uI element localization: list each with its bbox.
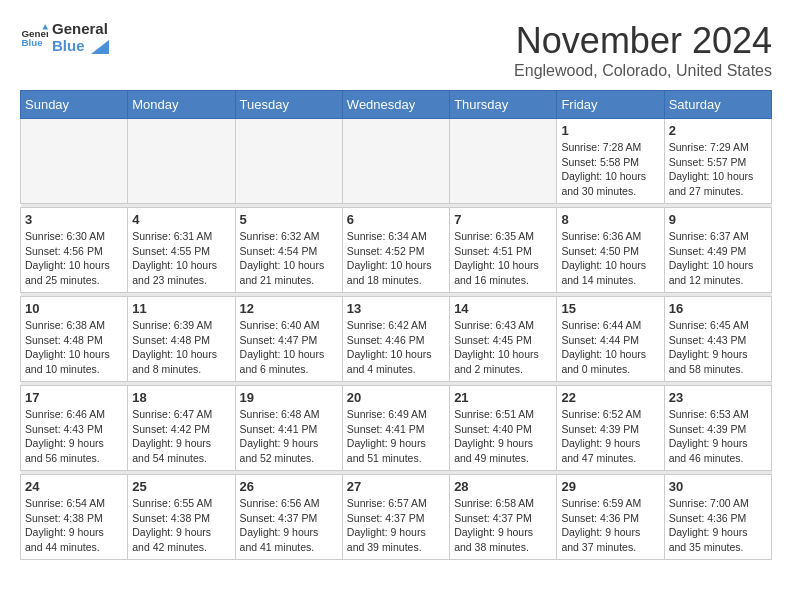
calendar-cell: 28Sunrise: 6:58 AM Sunset: 4:37 PM Dayli…: [450, 475, 557, 560]
day-info: Sunrise: 6:49 AM Sunset: 4:41 PM Dayligh…: [347, 407, 445, 466]
calendar-cell: 30Sunrise: 7:00 AM Sunset: 4:36 PM Dayli…: [664, 475, 771, 560]
day-number: 7: [454, 212, 552, 227]
day-info: Sunrise: 6:40 AM Sunset: 4:47 PM Dayligh…: [240, 318, 338, 377]
day-info: Sunrise: 6:53 AM Sunset: 4:39 PM Dayligh…: [669, 407, 767, 466]
day-number: 23: [669, 390, 767, 405]
day-info: Sunrise: 6:34 AM Sunset: 4:52 PM Dayligh…: [347, 229, 445, 288]
logo-general: General: [52, 20, 108, 37]
day-info: Sunrise: 6:58 AM Sunset: 4:37 PM Dayligh…: [454, 496, 552, 555]
calendar-header-row: SundayMondayTuesdayWednesdayThursdayFrid…: [21, 91, 772, 119]
calendar-cell: 1Sunrise: 7:28 AM Sunset: 5:58 PM Daylig…: [557, 119, 664, 204]
calendar-week-row: 3Sunrise: 6:30 AM Sunset: 4:56 PM Daylig…: [21, 208, 772, 293]
day-info: Sunrise: 6:54 AM Sunset: 4:38 PM Dayligh…: [25, 496, 123, 555]
header: General Blue General Blue November 2024 …: [20, 20, 772, 80]
calendar-cell: 6Sunrise: 6:34 AM Sunset: 4:52 PM Daylig…: [342, 208, 449, 293]
day-number: 6: [347, 212, 445, 227]
weekday-header: Sunday: [21, 91, 128, 119]
day-number: 3: [25, 212, 123, 227]
weekday-header: Tuesday: [235, 91, 342, 119]
day-info: Sunrise: 6:36 AM Sunset: 4:50 PM Dayligh…: [561, 229, 659, 288]
calendar-week-row: 17Sunrise: 6:46 AM Sunset: 4:43 PM Dayli…: [21, 386, 772, 471]
day-number: 25: [132, 479, 230, 494]
month-title: November 2024: [514, 20, 772, 62]
calendar-cell: 25Sunrise: 6:55 AM Sunset: 4:38 PM Dayli…: [128, 475, 235, 560]
calendar: SundayMondayTuesdayWednesdayThursdayFrid…: [20, 90, 772, 560]
day-info: Sunrise: 6:39 AM Sunset: 4:48 PM Dayligh…: [132, 318, 230, 377]
calendar-week-row: 10Sunrise: 6:38 AM Sunset: 4:48 PM Dayli…: [21, 297, 772, 382]
calendar-cell: 15Sunrise: 6:44 AM Sunset: 4:44 PM Dayli…: [557, 297, 664, 382]
day-number: 1: [561, 123, 659, 138]
day-info: Sunrise: 6:31 AM Sunset: 4:55 PM Dayligh…: [132, 229, 230, 288]
day-info: Sunrise: 6:59 AM Sunset: 4:36 PM Dayligh…: [561, 496, 659, 555]
calendar-cell: 7Sunrise: 6:35 AM Sunset: 4:51 PM Daylig…: [450, 208, 557, 293]
day-info: Sunrise: 7:28 AM Sunset: 5:58 PM Dayligh…: [561, 140, 659, 199]
calendar-cell: 5Sunrise: 6:32 AM Sunset: 4:54 PM Daylig…: [235, 208, 342, 293]
day-number: 2: [669, 123, 767, 138]
svg-marker-2: [42, 24, 48, 30]
day-info: Sunrise: 6:48 AM Sunset: 4:41 PM Dayligh…: [240, 407, 338, 466]
day-number: 22: [561, 390, 659, 405]
calendar-cell: 23Sunrise: 6:53 AM Sunset: 4:39 PM Dayli…: [664, 386, 771, 471]
logo-triangle-icon: [91, 40, 109, 54]
day-number: 27: [347, 479, 445, 494]
calendar-cell: 16Sunrise: 6:45 AM Sunset: 4:43 PM Dayli…: [664, 297, 771, 382]
calendar-cell: 14Sunrise: 6:43 AM Sunset: 4:45 PM Dayli…: [450, 297, 557, 382]
day-info: Sunrise: 6:43 AM Sunset: 4:45 PM Dayligh…: [454, 318, 552, 377]
calendar-cell: 11Sunrise: 6:39 AM Sunset: 4:48 PM Dayli…: [128, 297, 235, 382]
day-number: 24: [25, 479, 123, 494]
calendar-cell: [235, 119, 342, 204]
day-info: Sunrise: 6:35 AM Sunset: 4:51 PM Dayligh…: [454, 229, 552, 288]
logo-icon: General Blue: [20, 24, 48, 52]
location-title: Englewood, Colorado, United States: [514, 62, 772, 80]
day-info: Sunrise: 7:29 AM Sunset: 5:57 PM Dayligh…: [669, 140, 767, 199]
calendar-cell: 20Sunrise: 6:49 AM Sunset: 4:41 PM Dayli…: [342, 386, 449, 471]
calendar-cell: 10Sunrise: 6:38 AM Sunset: 4:48 PM Dayli…: [21, 297, 128, 382]
calendar-cell: 17Sunrise: 6:46 AM Sunset: 4:43 PM Dayli…: [21, 386, 128, 471]
day-info: Sunrise: 6:51 AM Sunset: 4:40 PM Dayligh…: [454, 407, 552, 466]
calendar-cell: 22Sunrise: 6:52 AM Sunset: 4:39 PM Dayli…: [557, 386, 664, 471]
day-info: Sunrise: 6:47 AM Sunset: 4:42 PM Dayligh…: [132, 407, 230, 466]
calendar-cell: 3Sunrise: 6:30 AM Sunset: 4:56 PM Daylig…: [21, 208, 128, 293]
weekday-header: Saturday: [664, 91, 771, 119]
day-number: 20: [347, 390, 445, 405]
calendar-cell: [342, 119, 449, 204]
day-number: 21: [454, 390, 552, 405]
day-info: Sunrise: 6:57 AM Sunset: 4:37 PM Dayligh…: [347, 496, 445, 555]
calendar-cell: 21Sunrise: 6:51 AM Sunset: 4:40 PM Dayli…: [450, 386, 557, 471]
day-number: 11: [132, 301, 230, 316]
svg-text:Blue: Blue: [21, 37, 43, 48]
weekday-header: Monday: [128, 91, 235, 119]
day-number: 13: [347, 301, 445, 316]
day-info: Sunrise: 6:38 AM Sunset: 4:48 PM Dayligh…: [25, 318, 123, 377]
calendar-cell: 4Sunrise: 6:31 AM Sunset: 4:55 PM Daylig…: [128, 208, 235, 293]
day-number: 29: [561, 479, 659, 494]
day-number: 10: [25, 301, 123, 316]
calendar-cell: [21, 119, 128, 204]
calendar-cell: 18Sunrise: 6:47 AM Sunset: 4:42 PM Dayli…: [128, 386, 235, 471]
logo-blue: Blue: [52, 37, 85, 54]
day-info: Sunrise: 6:30 AM Sunset: 4:56 PM Dayligh…: [25, 229, 123, 288]
svg-marker-3: [91, 40, 109, 54]
calendar-week-row: 24Sunrise: 6:54 AM Sunset: 4:38 PM Dayli…: [21, 475, 772, 560]
calendar-cell: 19Sunrise: 6:48 AM Sunset: 4:41 PM Dayli…: [235, 386, 342, 471]
day-number: 5: [240, 212, 338, 227]
day-number: 16: [669, 301, 767, 316]
day-info: Sunrise: 6:46 AM Sunset: 4:43 PM Dayligh…: [25, 407, 123, 466]
calendar-cell: 8Sunrise: 6:36 AM Sunset: 4:50 PM Daylig…: [557, 208, 664, 293]
day-info: Sunrise: 6:56 AM Sunset: 4:37 PM Dayligh…: [240, 496, 338, 555]
day-number: 19: [240, 390, 338, 405]
day-info: Sunrise: 6:37 AM Sunset: 4:49 PM Dayligh…: [669, 229, 767, 288]
title-area: November 2024 Englewood, Colorado, Unite…: [514, 20, 772, 80]
day-info: Sunrise: 7:00 AM Sunset: 4:36 PM Dayligh…: [669, 496, 767, 555]
weekday-header: Wednesday: [342, 91, 449, 119]
calendar-cell: 12Sunrise: 6:40 AM Sunset: 4:47 PM Dayli…: [235, 297, 342, 382]
day-info: Sunrise: 6:52 AM Sunset: 4:39 PM Dayligh…: [561, 407, 659, 466]
day-number: 15: [561, 301, 659, 316]
day-number: 9: [669, 212, 767, 227]
day-number: 26: [240, 479, 338, 494]
day-info: Sunrise: 6:44 AM Sunset: 4:44 PM Dayligh…: [561, 318, 659, 377]
calendar-cell: 26Sunrise: 6:56 AM Sunset: 4:37 PM Dayli…: [235, 475, 342, 560]
calendar-week-row: 1Sunrise: 7:28 AM Sunset: 5:58 PM Daylig…: [21, 119, 772, 204]
weekday-header: Thursday: [450, 91, 557, 119]
calendar-cell: 27Sunrise: 6:57 AM Sunset: 4:37 PM Dayli…: [342, 475, 449, 560]
